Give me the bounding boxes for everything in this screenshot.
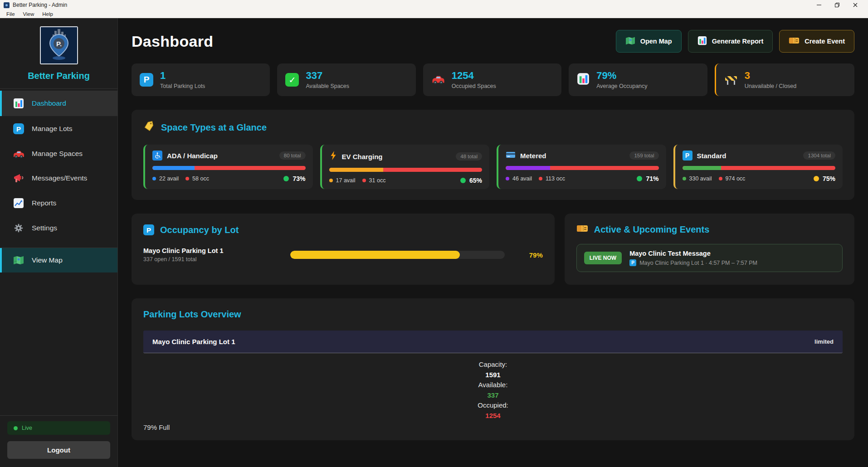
check-icon: ✓ [285, 73, 299, 87]
sidebar-item-messages-events[interactable]: Messages/Events [0, 166, 117, 190]
occupancy-pct: 65% [469, 177, 482, 184]
occupancy-pct: 75% [823, 175, 835, 182]
total-badge: 1304 total [803, 151, 835, 160]
menu-file[interactable]: File [3, 11, 19, 17]
sidebar-item-reports[interactable]: Reports [0, 190, 117, 216]
occupancy-pct: 73% [293, 175, 305, 182]
occ-dot [362, 179, 366, 182]
logout-button[interactable]: Logout [7, 441, 110, 459]
availability-bar [152, 166, 306, 170]
sidebar-item-label: Reports [32, 199, 56, 207]
stat-value: 337 [306, 70, 349, 81]
total-badge: 80 total [279, 151, 306, 160]
bar-chart-icon [697, 36, 707, 47]
menu-help[interactable]: Help [39, 11, 57, 17]
ticket-icon [789, 37, 800, 46]
space-type-name: EV Charging [342, 153, 452, 161]
title-bar: Better Parking - Admin [0, 0, 868, 10]
divider [0, 415, 117, 416]
brand-logo: P. [40, 26, 78, 64]
live-status-badge: Live [7, 421, 110, 435]
parking-icon: P [683, 151, 692, 161]
occupancy-by-lot-section: P Occupancy by Lot Mayo Clinic Parking L… [132, 214, 555, 285]
parking-pin-logo-icon: P. [41, 27, 77, 63]
restore-icon [834, 2, 840, 8]
section-title: Parking Lots Overview [143, 309, 241, 320]
bar-chart-icon [577, 73, 590, 87]
menu-view[interactable]: View [20, 11, 38, 17]
minimize-icon [816, 2, 822, 8]
stat-average-occupancy: 79% Average Occupancy [569, 63, 707, 96]
space-type-name: ADA / Handicap [167, 152, 275, 160]
avail-dot [506, 177, 509, 180]
space-type-card-ada: ADA / Handicap 80 total 22 avail 58 occ … [143, 145, 313, 189]
sidebar-item-label: View Map [32, 256, 63, 264]
stat-label: Occupied Spaces [452, 83, 496, 89]
restore-button[interactable] [828, 0, 846, 10]
stat-total-lots: P 1 Total Parking Lots [132, 63, 270, 96]
event-title: Mayo Clinic Test Message [629, 250, 757, 257]
section-title: Space Types at a Glance [161, 122, 267, 133]
megaphone-icon [13, 173, 24, 183]
lot-availability: 337 open / 1591 total [143, 256, 279, 263]
status-dot [637, 176, 642, 181]
capacity-label: Capacity: [143, 360, 843, 370]
parking-icon: P [143, 224, 154, 235]
parking-icon: P [629, 259, 636, 266]
section-title: Occupancy by Lot [160, 225, 239, 235]
total-badge: 159 total [629, 151, 658, 160]
lot-status: limited [814, 338, 834, 345]
space-types-section: Space Types at a Glance ADA / Handicap 8… [132, 110, 854, 200]
lot-row[interactable]: Mayo Clinic Parking Lot 1 limited [143, 331, 843, 353]
svg-text:P.: P. [56, 40, 61, 48]
lot-name: Mayo Clinic Parking Lot 1 [143, 247, 279, 254]
create-event-button[interactable]: Create Event [779, 30, 854, 53]
minimize-button[interactable] [810, 0, 828, 10]
create-event-label: Create Event [805, 38, 845, 45]
main-content: Dashboard Open Map Generate Report [118, 18, 868, 467]
ticket-icon [576, 224, 588, 235]
sidebar-item-manage-lots[interactable]: P Manage Lots [0, 116, 117, 141]
avail-dot [683, 177, 686, 180]
wheelchair-icon [152, 151, 162, 161]
sidebar-item-settings[interactable]: Settings [0, 216, 117, 240]
lot-details: Capacity: 1591 Available: 337 Occupied: … [143, 360, 843, 421]
generate-report-button[interactable]: Generate Report [688, 30, 773, 53]
menu-bar: File View Help [0, 10, 868, 18]
map-icon [13, 255, 24, 265]
stat-unavailable-closed: 3 Unavailable / Closed [715, 63, 854, 96]
page-title: Dashboard [132, 33, 213, 50]
stat-label: Unavailable / Closed [745, 83, 797, 89]
occ-dot [719, 177, 722, 180]
close-icon [853, 2, 858, 8]
bar-chart-icon [13, 98, 24, 109]
total-badge: 48 total [456, 152, 482, 161]
stat-label: Average Occupancy [596, 83, 647, 89]
occ-count: 58 occ [192, 175, 209, 182]
event-detail: Mayo Clinic Parking Lot 1 · 4:57 PM – 7:… [639, 260, 757, 266]
sidebar-item-label: Manage Lots [32, 125, 73, 133]
sidebar-item-label: Dashboard [32, 99, 66, 107]
close-button[interactable] [846, 0, 864, 10]
availability-bar [506, 166, 659, 170]
car-icon [431, 73, 445, 87]
divider [0, 88, 117, 89]
open-map-button[interactable]: Open Map [616, 30, 682, 53]
space-type-card-metered: Metered 159 total 46 avail 113 occ 71% [497, 145, 666, 189]
event-item[interactable]: LIVE NOW Mayo Clinic Test Message P Mayo… [576, 244, 843, 272]
occ-count: 974 occ [726, 175, 746, 182]
space-type-name: Metered [520, 152, 625, 160]
sidebar-item-manage-spaces[interactable]: Manage Spaces [0, 141, 117, 166]
sidebar-item-dashboard[interactable]: Dashboard [0, 91, 117, 116]
available-value: 337 [143, 390, 843, 401]
bolt-icon [329, 151, 337, 162]
gear-icon [13, 223, 24, 233]
live-now-badge: LIVE NOW [584, 252, 622, 264]
sidebar-item-view-map[interactable]: View Map [0, 248, 117, 272]
stat-occupied-spaces: 1254 Occupied Spaces [423, 63, 561, 96]
status-dot [814, 176, 819, 181]
section-title: Active & Upcoming Events [594, 224, 710, 235]
capacity-value: 1591 [143, 370, 843, 380]
status-dot [460, 178, 466, 183]
stat-cards-row: P 1 Total Parking Lots ✓ 337 Available S… [132, 63, 854, 96]
